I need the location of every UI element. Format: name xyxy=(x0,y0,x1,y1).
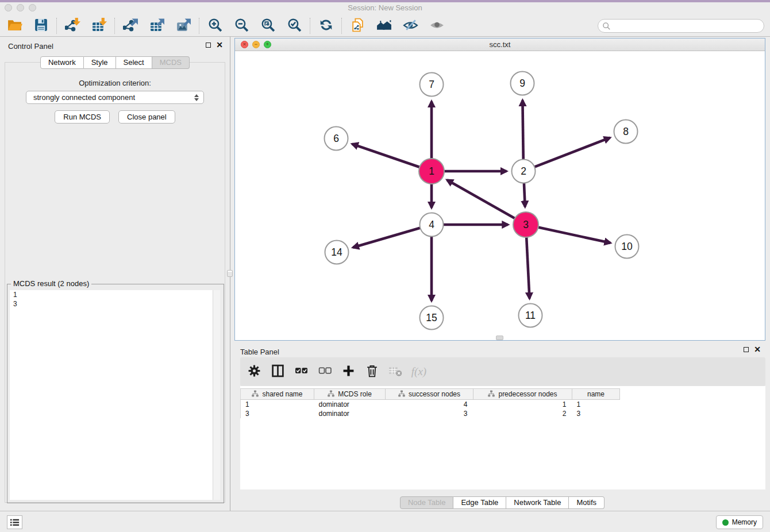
vertical-splitter-grip[interactable] xyxy=(227,270,233,277)
mcds-result-title: MCDS result (2 nodes) xyxy=(11,279,91,288)
graph-edge-2-8[interactable] xyxy=(532,138,610,168)
control-panel: Control Panel ✕ NetworkStyleSelectMCDS O… xyxy=(0,37,230,511)
column-header-MCDS-role[interactable]: MCDS role xyxy=(314,389,386,400)
graph-node-8[interactable]: 8 xyxy=(614,120,638,144)
export-image-button[interactable] xyxy=(174,17,193,35)
table-tab-network-table[interactable]: Network Table xyxy=(506,496,569,509)
search-input[interactable] xyxy=(613,21,764,31)
table-cell[interactable]: 3 xyxy=(386,409,473,418)
graph-edge-3-11[interactable] xyxy=(526,234,530,299)
column-header-predecessor-nodes[interactable]: predecessor nodes xyxy=(473,389,572,400)
columns-button[interactable] xyxy=(270,364,286,380)
show-eye-button[interactable] xyxy=(427,17,446,35)
tab-style[interactable]: Style xyxy=(84,56,116,69)
table-cell[interactable]: dominator xyxy=(314,409,386,418)
tab-network[interactable]: Network xyxy=(40,56,84,69)
run-mcds-button[interactable]: Run MCDS xyxy=(55,110,110,124)
table-cell[interactable]: 2 xyxy=(473,409,572,418)
graph-edge-3-10[interactable] xyxy=(536,227,611,243)
control-panel-header: Control Panel ✕ xyxy=(0,37,230,54)
table-cell[interactable]: dominator xyxy=(314,400,386,409)
float-panel-icon[interactable] xyxy=(206,43,211,48)
table-float-panel-icon[interactable] xyxy=(744,347,749,352)
select-all-button[interactable] xyxy=(293,364,309,380)
hide-eye-button[interactable] xyxy=(401,17,420,35)
refresh-button[interactable] xyxy=(316,17,336,35)
table-tab-edge-table[interactable]: Edge Table xyxy=(453,496,506,509)
graph-node-9[interactable]: 9 xyxy=(511,72,534,95)
zoom-in-button[interactable] xyxy=(205,17,225,35)
graph-node-label: 7 xyxy=(429,79,434,90)
column-header-shared-name[interactable]: shared name xyxy=(241,389,314,400)
close-panel-button[interactable]: Close panel xyxy=(118,110,175,124)
add-row-icon xyxy=(342,365,355,379)
zoom-fit-button[interactable] xyxy=(258,17,278,35)
mcds-result-list[interactable]: 13 xyxy=(10,290,220,500)
graph-node-label: 10 xyxy=(621,241,633,252)
import-network-button[interactable] xyxy=(63,17,82,35)
column-header-name[interactable]: name xyxy=(572,389,620,400)
export-network-button[interactable] xyxy=(121,17,140,35)
open-session-button[interactable] xyxy=(5,17,24,35)
table-tab-node-table[interactable]: Node Table xyxy=(400,496,454,509)
table-close-panel-icon[interactable]: ✕ xyxy=(754,346,761,353)
hide-eye-icon xyxy=(402,17,419,34)
search-box[interactable] xyxy=(598,19,764,33)
zoom-selected-button[interactable] xyxy=(284,17,304,35)
graph-edge-1-6[interactable] xyxy=(352,144,422,168)
memory-button[interactable]: Memory xyxy=(716,515,763,529)
result-scrollbar[interactable] xyxy=(213,290,220,500)
duplicate-network-button[interactable] xyxy=(348,17,367,35)
graph-edge-3-1[interactable] xyxy=(447,180,517,219)
task-history-button[interactable] xyxy=(7,515,22,529)
tab-select[interactable]: Select xyxy=(116,56,152,69)
table-cell[interactable]: 1 xyxy=(473,400,572,409)
table-row[interactable]: 1dominator411 xyxy=(241,400,620,409)
table-row[interactable]: 3dominator323 xyxy=(241,409,620,418)
tab-mcds[interactable]: MCDS xyxy=(152,56,190,69)
import-network-icon xyxy=(65,17,80,34)
graph-edge-4-14[interactable] xyxy=(353,227,423,248)
graph-node-label: 8 xyxy=(623,126,629,137)
add-row-button[interactable] xyxy=(340,364,356,380)
table-tab-motifs[interactable]: Motifs xyxy=(569,496,605,509)
shared-column-icon xyxy=(252,390,259,399)
table-cell[interactable]: 1 xyxy=(572,400,620,409)
network-canvas[interactable]: 7968124314101511 xyxy=(235,51,765,340)
vertical-splitter[interactable] xyxy=(230,37,234,511)
graph-node-10[interactable]: 10 xyxy=(615,235,639,259)
graph-node-label: 14 xyxy=(331,246,342,258)
graph-node-6[interactable]: 6 xyxy=(325,127,348,151)
horizontal-splitter-grip[interactable] xyxy=(496,336,503,340)
graph-node-label: 9 xyxy=(519,78,525,89)
save-session-button[interactable] xyxy=(31,17,51,35)
graph-node-7[interactable]: 7 xyxy=(420,73,444,97)
graph-node-15[interactable]: 15 xyxy=(420,306,444,330)
import-table-button[interactable] xyxy=(89,17,109,35)
table-cell[interactable]: 3 xyxy=(572,409,620,418)
table-cell[interactable]: 1 xyxy=(241,400,314,409)
graph-node-1[interactable]: 1 xyxy=(419,159,444,184)
zoom-fit-icon xyxy=(260,17,276,34)
column-header-successor-nodes[interactable]: successor nodes xyxy=(386,389,473,400)
graph-node-4[interactable]: 4 xyxy=(420,213,444,237)
close-panel-icon[interactable]: ✕ xyxy=(216,41,223,48)
toolbar-separator xyxy=(310,18,310,34)
network-window-titlebar[interactable]: × − + scc.txt xyxy=(235,38,765,51)
graph-edge-2-9[interactable] xyxy=(522,101,523,163)
delete-row-button[interactable] xyxy=(364,364,380,380)
mcds-result-box: MCDS result (2 nodes) 13 xyxy=(7,284,224,503)
table-cell[interactable]: 3 xyxy=(241,409,314,418)
deselect-all-button[interactable] xyxy=(317,364,333,380)
criterion-dropdown[interactable]: strongly connected component xyxy=(26,91,204,104)
table-cell[interactable]: 4 xyxy=(386,400,473,409)
home-button[interactable] xyxy=(374,17,394,35)
gear-button[interactable] xyxy=(246,364,262,380)
graph-node-14[interactable]: 14 xyxy=(325,241,349,264)
graph-edge-2-3[interactable] xyxy=(524,180,525,207)
zoom-out-button[interactable] xyxy=(232,17,251,35)
graph-node-3[interactable]: 3 xyxy=(513,212,538,237)
graph-node-11[interactable]: 11 xyxy=(519,304,542,327)
export-table-button[interactable] xyxy=(147,17,167,35)
graph-node-2[interactable]: 2 xyxy=(512,160,536,183)
